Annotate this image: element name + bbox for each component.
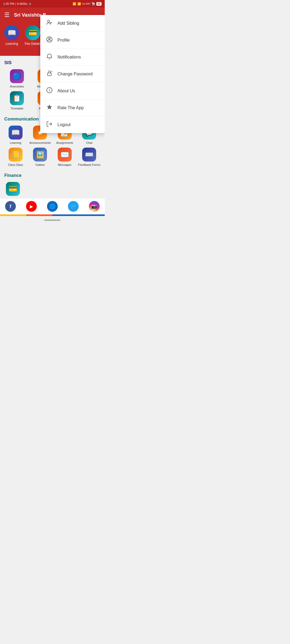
menu-item-profile[interactable]: Profile (40, 32, 105, 49)
add-sibling-label: Add Sibling (57, 21, 79, 26)
svg-point-4 (49, 38, 50, 39)
rate-app-label: Rate The App (57, 105, 84, 110)
menu-item-add-sibling[interactable]: Add Sibling (40, 15, 105, 32)
menu-item-rate-app[interactable]: Rate The App (40, 100, 105, 116)
notifications-label: Notifications (57, 55, 81, 60)
svg-point-0 (48, 20, 50, 22)
profile-label: Profile (57, 38, 70, 43)
svg-marker-11 (47, 104, 52, 109)
menu-item-about-us[interactable]: About Us (40, 83, 105, 100)
svg-line-6 (51, 72, 52, 72)
logout-label: Logout (57, 122, 71, 127)
menu-item-notifications[interactable]: Notifications (40, 49, 105, 66)
dropdown-menu: Add Sibling Profile Notifications (40, 15, 105, 133)
menu-item-logout[interactable]: Logout (40, 116, 105, 133)
about-us-label: About Us (57, 89, 75, 93)
about-us-icon (46, 87, 53, 95)
rate-app-icon (46, 104, 53, 112)
svg-point-10 (49, 89, 50, 89)
svg-point-7 (52, 71, 52, 72)
logout-icon (46, 121, 53, 129)
profile-icon (46, 36, 53, 44)
add-sibling-icon (46, 19, 53, 27)
svg-rect-5 (48, 73, 51, 76)
change-password-icon (46, 70, 53, 78)
notifications-icon (46, 53, 53, 61)
change-password-label: Change Password (57, 72, 93, 76)
menu-item-change-password[interactable]: Change Password (40, 66, 105, 83)
